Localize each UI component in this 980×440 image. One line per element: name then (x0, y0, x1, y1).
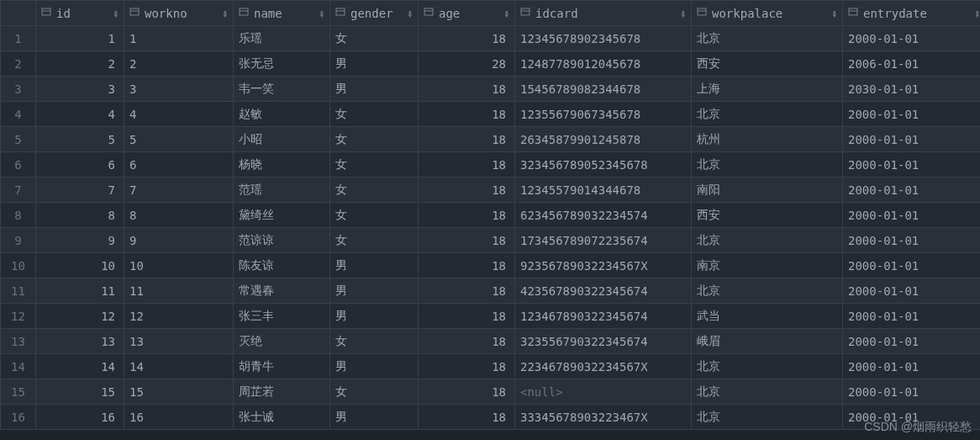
table-row[interactable]: 141414胡青牛男1822346789032234567X北京2000-01-… (1, 354, 981, 379)
cell-workpalace[interactable]: 北京 (692, 152, 843, 178)
table-row[interactable]: 101010陈友谅男1892356789032234567X南京2000-01-… (1, 253, 981, 278)
cell-workpalace[interactable]: 峨眉 (692, 329, 843, 354)
cell-entrydate[interactable]: 2000-01-01 (843, 26, 981, 51)
cell-age[interactable]: 18 (419, 102, 515, 127)
cell-workno[interactable]: 8 (124, 203, 234, 228)
cell-workno[interactable]: 2 (124, 51, 234, 77)
cell-workno[interactable]: 12 (124, 304, 234, 329)
cell-id[interactable]: 16 (36, 405, 124, 430)
column-header-workno[interactable]: workno▴▾ (124, 1, 234, 26)
cell-workpalace[interactable]: 武当 (692, 304, 843, 329)
cell-gender[interactable]: 女 (330, 228, 419, 253)
cell-name[interactable]: 灭绝 (234, 329, 330, 354)
cell-workno[interactable]: 5 (124, 127, 234, 152)
cell-name[interactable]: 乐瑶 (234, 26, 330, 51)
cell-idcard[interactable]: 92356789032234567X (515, 253, 692, 278)
cell-gender[interactable]: 男 (330, 253, 419, 278)
cell-gender[interactable]: 男 (330, 278, 419, 304)
cell-workno[interactable]: 3 (124, 77, 234, 102)
cell-workno[interactable]: 9 (124, 228, 234, 253)
cell-workno[interactable]: 13 (124, 329, 234, 354)
cell-entrydate[interactable]: 2000-01-01 (843, 152, 981, 178)
cell-age[interactable]: 18 (419, 127, 515, 152)
cell-idcard[interactable]: 323556790322345674 (515, 329, 692, 354)
cell-workpalace[interactable]: 北京 (692, 26, 843, 51)
cell-name[interactable]: 范瑶 (234, 178, 330, 203)
cell-name[interactable]: 黛绮丝 (234, 203, 330, 228)
table-row[interactable]: 111111常遇春男18423567890322345674北京2000-01-… (1, 278, 981, 304)
cell-name[interactable]: 韦一笑 (234, 77, 330, 102)
cell-workpalace[interactable]: 南京 (692, 253, 843, 278)
cell-gender[interactable]: 女 (330, 102, 419, 127)
sort-icon[interactable]: ▴▾ (407, 9, 413, 18)
cell-age[interactable]: 18 (419, 178, 515, 203)
cell-workpalace[interactable]: 北京 (692, 228, 843, 253)
cell-age[interactable]: 18 (419, 354, 515, 379)
cell-entrydate[interactable]: 2000-01-01 (843, 304, 981, 329)
cell-name[interactable]: 小昭 (234, 127, 330, 152)
cell-gender[interactable]: 男 (330, 51, 419, 77)
cell-workno[interactable]: 14 (124, 354, 234, 379)
cell-age[interactable]: 18 (419, 304, 515, 329)
cell-entrydate[interactable]: 2000-01-01 (843, 127, 981, 152)
cell-entrydate[interactable]: 2030-01-01 (843, 77, 981, 102)
table-row[interactable]: 151515周芷若女18<null>北京2000-01-01 (1, 379, 981, 405)
cell-workpalace[interactable]: 北京 (692, 354, 843, 379)
cell-workpalace[interactable]: 西安 (692, 203, 843, 228)
sort-icon[interactable]: ▴▾ (319, 9, 324, 18)
cell-age[interactable]: 18 (419, 228, 515, 253)
cell-id[interactable]: 7 (36, 178, 124, 203)
cell-entrydate[interactable]: 2000-01-01 (843, 329, 981, 354)
cell-gender[interactable]: 女 (330, 329, 419, 354)
cell-age[interactable]: 18 (419, 77, 515, 102)
cell-name[interactable]: 胡青牛 (234, 354, 330, 379)
cell-idcard[interactable]: 26345879901245878 (515, 127, 692, 152)
cell-id[interactable]: 1 (36, 26, 124, 51)
cell-idcard[interactable]: <null> (515, 379, 692, 405)
cell-age[interactable]: 18 (419, 203, 515, 228)
cell-workno[interactable]: 7 (124, 178, 234, 203)
table-row[interactable]: 555小昭女1826345879901245878杭州2000-01-01 (1, 127, 981, 152)
cell-name[interactable]: 陈友谅 (234, 253, 330, 278)
cell-age[interactable]: 18 (419, 152, 515, 178)
cell-name[interactable]: 张士诚 (234, 405, 330, 430)
cell-idcard[interactable]: 423567890322345674 (515, 278, 692, 304)
cell-id[interactable]: 15 (36, 379, 124, 405)
cell-age[interactable]: 18 (419, 379, 515, 405)
cell-name[interactable]: 赵敏 (234, 102, 330, 127)
cell-name[interactable]: 张三丰 (234, 304, 330, 329)
cell-workno[interactable]: 4 (124, 102, 234, 127)
cell-idcard[interactable]: 12345579014344678 (515, 178, 692, 203)
cell-entrydate[interactable]: 2000-01-01 (843, 228, 981, 253)
cell-gender[interactable]: 女 (330, 26, 419, 51)
cell-name[interactable]: 张无忌 (234, 51, 330, 77)
column-header-name[interactable]: name▴▾ (234, 1, 330, 26)
table-row[interactable]: 999范谅谅女18173456789072235674北京2000-01-01 (1, 228, 981, 253)
cell-name[interactable]: 常遇春 (234, 278, 330, 304)
table-row[interactable]: 777范瑶女1812345579014344678南阳2000-01-01 (1, 178, 981, 203)
cell-idcard[interactable]: 12345678902345678 (515, 26, 692, 51)
cell-gender[interactable]: 女 (330, 379, 419, 405)
cell-idcard[interactable]: 623456789032234574 (515, 203, 692, 228)
column-header-id[interactable]: id▴▾ (36, 1, 124, 26)
cell-id[interactable]: 14 (36, 354, 124, 379)
sort-icon[interactable]: ▴▾ (113, 9, 119, 18)
cell-id[interactable]: 4 (36, 102, 124, 127)
table-row[interactable]: 121212张三丰男18123467890322345674武当2000-01-… (1, 304, 981, 329)
cell-gender[interactable]: 男 (330, 304, 419, 329)
cell-id[interactable]: 6 (36, 152, 124, 178)
cell-idcard[interactable]: 173456789072235674 (515, 228, 692, 253)
cell-workpalace[interactable]: 北京 (692, 278, 843, 304)
cell-entrydate[interactable]: 2000-01-01 (843, 178, 981, 203)
cell-age[interactable]: 28 (419, 51, 515, 77)
column-header-idcard[interactable]: idcard▴▾ (515, 1, 692, 26)
cell-id[interactable]: 10 (36, 253, 124, 278)
cell-idcard[interactable]: 12487789012045678 (515, 51, 692, 77)
sort-icon[interactable]: ▴▾ (974, 9, 980, 18)
table-row[interactable]: 111乐瑶女1812345678902345678北京2000-01-01 (1, 26, 981, 51)
cell-entrydate[interactable]: 2000-01-01 (843, 102, 981, 127)
cell-workno[interactable]: 16 (124, 405, 234, 430)
column-header-age[interactable]: age▴▾ (419, 1, 515, 26)
cell-idcard[interactable]: 15456789082344678 (515, 77, 692, 102)
cell-age[interactable]: 18 (419, 329, 515, 354)
